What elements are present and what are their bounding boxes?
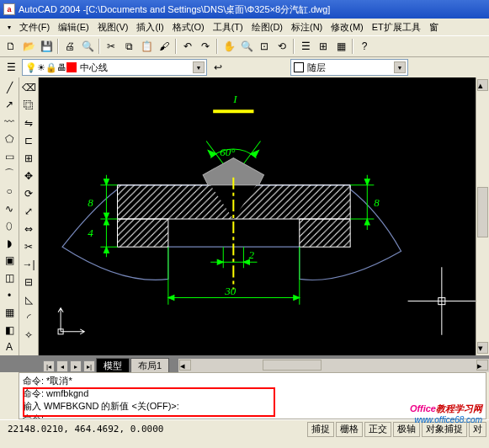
snap-button[interactable]: 捕捉 <box>307 422 334 437</box>
color-name: 随层 <box>307 61 326 74</box>
break-icon[interactable]: ⊟ <box>20 274 37 291</box>
layer-mgr-icon[interactable]: ☰ <box>3 59 19 76</box>
hscroll-thumb[interactable] <box>263 360 322 371</box>
layer-dropdown[interactable]: 💡 ☀ 🔒 🖶 中心线 ▼ <box>22 59 207 76</box>
match-icon[interactable]: 🖌 <box>156 38 173 55</box>
xline-icon[interactable]: ↗ <box>1 97 18 114</box>
menu-insert[interactable]: 插入(I) <box>132 19 167 35</box>
menu-draw[interactable]: 绘图(D) <box>247 19 287 35</box>
redo-icon[interactable]: ↷ <box>197 38 214 55</box>
arc-icon[interactable]: ⌒ <box>1 166 18 183</box>
print-icon[interactable]: 🖨 <box>61 38 78 55</box>
scroll-left-button[interactable]: ◂ <box>179 360 191 371</box>
zoom-prev-icon[interactable]: ⟲ <box>274 38 290 55</box>
scroll-thumb[interactable] <box>477 187 488 237</box>
grid-button[interactable]: 栅格 <box>336 422 363 437</box>
layer-prev-icon[interactable]: ↩ <box>210 59 226 76</box>
spline-icon[interactable]: ∿ <box>1 200 18 217</box>
menu-handle[interactable]: ▾ <box>3 22 15 33</box>
menu-view[interactable]: 视图(V) <box>93 19 133 35</box>
tool-palette-icon[interactable]: ▦ <box>332 38 349 55</box>
tab-layout1[interactable]: 布局1 <box>130 358 169 372</box>
preview-icon[interactable]: 🔍 <box>79 38 96 55</box>
title-prefix: AutoCAD 2004 - <box>19 4 86 14</box>
tab-prev-icon[interactable]: ◂ <box>56 360 68 372</box>
menu-modify[interactable]: 修改(M) <box>327 19 368 35</box>
zoom-rt-icon[interactable]: 🔍 <box>238 38 255 55</box>
region-icon[interactable]: ◧ <box>1 322 18 339</box>
drawing-canvas[interactable]: I 60° <box>39 77 476 355</box>
open-icon[interactable]: 📂 <box>20 38 37 55</box>
layout-tabs: |◂ ◂ ▸ ▸| 模型 布局1 ◂ ▸ <box>0 355 489 372</box>
paste-icon[interactable]: 📋 <box>138 38 155 55</box>
menu-dim[interactable]: 标注(N) <box>287 19 327 35</box>
zoom-win-icon[interactable]: ⊡ <box>256 38 273 55</box>
svg-rect-3 <box>300 219 350 247</box>
coords-readout: 22148.0210, 464.4692, 0.0000 <box>3 424 168 435</box>
watermark: Office教程学习网 www.office68.com <box>410 401 482 424</box>
lock-icon: 🔒 <box>45 62 57 73</box>
tab-first-icon[interactable]: |◂ <box>43 360 55 372</box>
line-icon[interactable]: ╱ <box>1 79 18 96</box>
offset-icon[interactable]: ⊏ <box>20 132 37 149</box>
menu-window[interactable]: 窗 <box>425 19 443 35</box>
pline-icon[interactable]: 〰 <box>1 114 18 131</box>
help-icon[interactable]: ? <box>356 38 373 55</box>
mirror-icon[interactable]: ⇋ <box>20 115 37 131</box>
text-icon[interactable]: A <box>1 339 18 355</box>
dim-w1: 2 <box>248 248 254 261</box>
undo-icon[interactable]: ↶ <box>179 38 196 55</box>
scroll-down-button[interactable]: ▾ <box>477 342 488 354</box>
array-icon[interactable]: ⊞ <box>20 150 37 167</box>
copy2-icon[interactable]: ⿻ <box>20 97 37 114</box>
ortho-button[interactable]: 正交 <box>364 422 391 437</box>
block-icon[interactable]: ◫ <box>1 269 18 286</box>
title-path: [C:\Documents and Settings\DNS\桌面\Φ325×8… <box>86 3 330 16</box>
point-icon[interactable]: • <box>1 287 18 304</box>
chevron-down-icon: ▼ <box>394 61 406 73</box>
erase-icon[interactable]: ⌫ <box>20 79 37 96</box>
insert-icon[interactable]: ▣ <box>1 253 18 269</box>
pan-icon[interactable]: ✋ <box>221 38 237 55</box>
command-highlight <box>23 387 275 417</box>
bulb-icon: 💡 <box>25 62 37 73</box>
properties-icon[interactable]: ☰ <box>297 38 314 55</box>
save-icon[interactable]: 💾 <box>38 38 55 55</box>
trim-icon[interactable]: ✂ <box>20 238 37 255</box>
dim-angle: 60° <box>220 146 235 158</box>
tab-next-icon[interactable]: ▸ <box>70 360 82 372</box>
scale-icon[interactable]: ⤢ <box>20 203 37 220</box>
vscrollbar[interactable]: ▴ ▾ <box>476 77 489 355</box>
ellipse-arc-icon[interactable]: ◗ <box>1 235 18 252</box>
layer-name: 中心线 <box>80 61 108 74</box>
dc-icon[interactable]: ⊞ <box>315 38 332 55</box>
cut-icon[interactable]: ✂ <box>103 38 120 55</box>
dim-h3: 8 <box>374 196 380 209</box>
extend-icon[interactable]: →| <box>20 256 37 273</box>
hscrollbar[interactable]: ◂ ▸ <box>178 359 489 372</box>
color-dropdown[interactable]: 随层 ▼ <box>290 59 408 76</box>
hatch-icon[interactable]: ▦ <box>1 304 18 321</box>
polygon-icon[interactable]: ⬠ <box>1 131 18 148</box>
rect-icon[interactable]: ▭ <box>1 148 18 165</box>
tab-model[interactable]: 模型 <box>96 358 130 372</box>
tab-last-icon[interactable]: ▸| <box>83 360 95 372</box>
menu-et[interactable]: ET扩展工具 <box>368 19 425 35</box>
circle-icon[interactable]: ○ <box>1 183 18 200</box>
stretch-icon[interactable]: ⇔ <box>20 221 37 237</box>
copy-icon[interactable]: ⧉ <box>120 38 137 55</box>
menu-tools[interactable]: 工具(T) <box>209 19 247 35</box>
move-icon[interactable]: ✥ <box>20 168 37 184</box>
menu-format[interactable]: 格式(O) <box>168 19 209 35</box>
menu-file[interactable]: 文件(F) <box>15 19 54 35</box>
draw-toolbar: ╱ ↗ 〰 ⬠ ▭ ⌒ ○ ∿ ⬯ ◗ ▣ ◫ • ▦ ◧ A <box>0 77 19 355</box>
scroll-right-button[interactable]: ▸ <box>476 360 488 371</box>
scroll-up-button[interactable]: ▴ <box>477 79 488 91</box>
ellipse-icon[interactable]: ⬯ <box>1 218 18 235</box>
fillet-icon[interactable]: ◜ <box>20 309 37 326</box>
chamfer-icon[interactable]: ◺ <box>20 291 37 308</box>
new-icon[interactable]: 🗋 <box>3 38 19 55</box>
explode-icon[interactable]: ✧ <box>20 327 37 344</box>
menu-edit[interactable]: 编辑(E) <box>54 19 93 35</box>
rotate-icon[interactable]: ⟳ <box>20 185 37 202</box>
